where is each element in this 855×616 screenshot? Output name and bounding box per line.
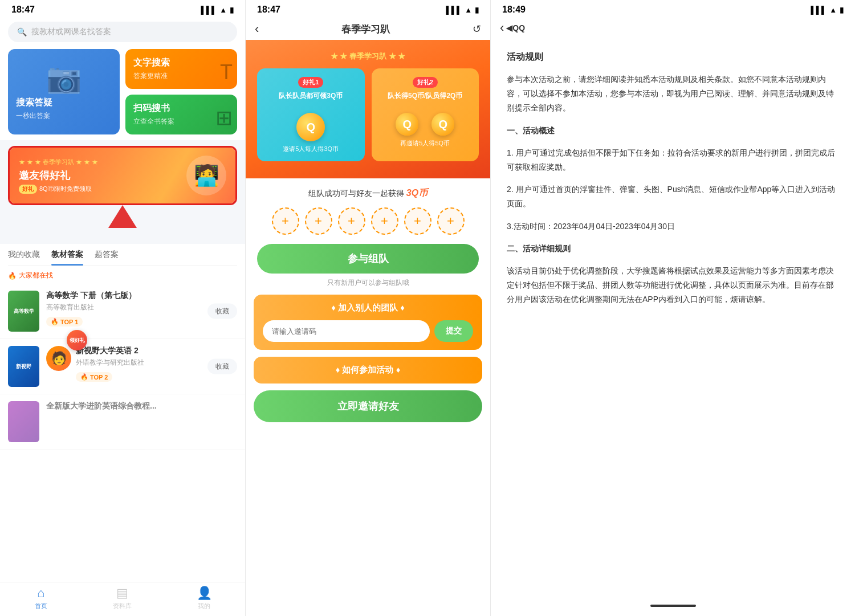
collect-btn-1[interactable]: 收藏 xyxy=(207,359,237,374)
invite-friends-btn[interactable]: 立即邀请好友 xyxy=(254,390,482,422)
slot-5: + xyxy=(437,207,465,235)
activity-header: ★ ★ 春季学习趴 ★ ★ 好礼1 队长队员都可领3Q币 邀请5人每人得3Q币 … xyxy=(246,40,490,178)
submit-invite-btn[interactable]: 提交 xyxy=(434,320,473,342)
rules-title: 活动规则 xyxy=(507,51,839,63)
activity-header-title: ★ ★ 春季学习趴 ★ ★ xyxy=(257,51,479,62)
star-deco-l: ★ ★ 春季学习趴 ★ ★ xyxy=(331,52,405,60)
time-1: 18:47 xyxy=(11,5,35,15)
book-list: 高等数学 高等数学 下册（第七版） 高等教育出版社 🔥 TOP 1 收藏 新视野… xyxy=(0,284,245,582)
action-title-0: 搜索答疑 xyxy=(16,97,112,109)
hot-label: 🔥 大家都在找 xyxy=(0,266,245,284)
action-search-answer[interactable]: 📷 搜索答疑 一秒出答案 xyxy=(8,49,120,134)
qq-label: ◀QQ xyxy=(506,23,525,32)
signal-icon-3: ▌▌▌ xyxy=(811,6,826,14)
back-btn-2[interactable]: ‹ xyxy=(255,22,259,36)
quick-actions: 📷 搜索答疑 一秒出答案 文字搜索 答案更精准 T 扫码搜书 立查全书答案 ⊞ xyxy=(0,49,245,140)
refresh-btn[interactable]: ↺ xyxy=(473,23,481,35)
rules-section-5: 二、活动详细规则 xyxy=(507,242,839,256)
gift-bubble[interactable]: 领好礼 xyxy=(67,330,87,350)
avatar-wrap: 🧑 领好礼 xyxy=(46,346,76,371)
rewards-row: 好礼1 队长队员都可领3Q币 邀请5人每人得3Q币 好礼2 队长得5Q币/队员得… xyxy=(257,68,479,161)
book-item-1: 新视野 🧑 领好礼 新视野大学英语 2 外语教学与研究出版社 🔥 TOP 2 收… xyxy=(0,339,245,394)
activity-banner[interactable]: ★ ★ ★ 春季学习趴 ★ ★ ★ 邀友得好礼 好礼 8Q币限时免费领取 🧑‍💻 xyxy=(8,146,237,205)
rules-para-0: 参与本次活动之前，请您详细阅读并知悉本活动规则及相关条款。如您不同意本活动规则内… xyxy=(507,72,839,116)
tab-textbooks[interactable]: 教材答案 xyxy=(51,244,83,266)
nav-library-label: 资料库 xyxy=(113,602,132,610)
invite-code-input[interactable] xyxy=(263,320,430,342)
book-title-2: 全新版大学进阶英语综合教程... xyxy=(46,401,237,411)
how-section: ♦ 如何参加活动 ♦ xyxy=(254,357,482,384)
join-team-btn[interactable]: 参与组队 xyxy=(257,244,479,274)
time-3: 18:49 xyxy=(502,5,526,15)
rules-para-2: 1. 用户可通过完成包括但不限于如下任务如：拉符合活动要求的新用户进行拼团，拼团… xyxy=(507,146,839,174)
status-icons-3: ▌▌▌ ▲ ▮ xyxy=(811,6,844,14)
wifi-icon-2: ▲ xyxy=(465,6,472,14)
slot-1: + xyxy=(305,207,332,235)
book-title-0: 高等数学 下册（第七版） xyxy=(46,291,237,301)
how-title: ♦ 如何参加活动 ♦ xyxy=(263,365,473,376)
search-bar: 🔍 搜教材或网课名找答案 xyxy=(0,17,245,49)
signal-icon-2: ▌▌▌ xyxy=(446,6,462,14)
search-input-wrap[interactable]: 🔍 搜教材或网课名找答案 xyxy=(8,22,237,42)
action-title-1: 文字搜索 xyxy=(133,57,229,69)
nav-home[interactable]: ⌂ 首页 xyxy=(0,586,82,610)
bottom-nav: ⌂ 首页 ▤ 资料库 👤 我的 xyxy=(0,582,245,616)
home-icon: ⌂ xyxy=(37,586,44,601)
profile-icon: 👤 xyxy=(197,586,212,601)
svg-marker-0 xyxy=(108,205,137,228)
reward-card-1: 好礼2 队长得5Q币/队员得2Q币 再邀请5人得5Q币 xyxy=(372,68,479,161)
tabs-section: 我的收藏 教材答案 题答案 xyxy=(0,244,245,266)
action-scan-book[interactable]: 扫码搜书 立查全书答案 ⊞ xyxy=(125,95,237,134)
qq-nav: ‹ ◀QQ xyxy=(500,21,525,35)
nav-bar-2: ‹ 春季学习趴 ↺ xyxy=(246,17,490,40)
status-icons-2: ▌▌▌ ▲ ▮ xyxy=(446,6,479,14)
back-btn-3[interactable]: ‹ xyxy=(500,21,504,35)
book-tag-0: 🔥 TOP 1 xyxy=(46,317,83,327)
rules-para-3: 2. 用户可通过首页的浮窗挂件、弹窗、头图、Push消息、短信或作业帮App等入… xyxy=(507,182,839,211)
rules-text: 参与本次活动之前，请您详细阅读并知悉本活动规则及相关条款。如您不同意本活动规则内… xyxy=(507,72,839,307)
tab-collections[interactable]: 我的收藏 xyxy=(8,244,40,266)
slot-0: + xyxy=(272,207,299,235)
time-2: 18:47 xyxy=(257,5,280,15)
search-icon: 🔍 xyxy=(17,27,27,36)
tab-questions[interactable]: 题答案 xyxy=(95,244,119,266)
book-cover-0: 高等数学 xyxy=(8,291,39,332)
flame-icon: 🔥 xyxy=(8,272,17,280)
fire-icon-0: 🔥 xyxy=(51,318,59,325)
battery-icon-3: ▮ xyxy=(840,6,844,14)
reward-sub-0: 邀请5人每人得3Q币 xyxy=(263,145,359,153)
collect-btn-0[interactable]: 收藏 xyxy=(207,304,237,319)
reward-sub-1: 再邀请5人得5Q币 xyxy=(377,139,474,148)
action-title-2: 扫码搜书 xyxy=(133,103,229,115)
panel-activity: 18:47 ▌▌▌ ▲ ▮ ‹ 春季学习趴 ↺ ★ ★ 春季学习趴 ★ ★ 好礼… xyxy=(245,0,490,616)
status-icons-1: ▌▌▌ ▲ ▮ xyxy=(201,6,234,14)
action-sub-1: 答案更精准 xyxy=(133,71,229,81)
action-text-search[interactable]: 文字搜索 答案更精准 T xyxy=(125,49,237,89)
status-bar-3: 18:49 ▌▌▌ ▲ ▮ xyxy=(491,0,855,17)
slot-2: + xyxy=(338,207,365,235)
nav-profile[interactable]: 👤 我的 xyxy=(164,586,245,610)
book-tag-1: 🔥 TOP 2 xyxy=(76,372,112,382)
invite-row: 提交 xyxy=(263,320,473,342)
fire-icon-1: 🔥 xyxy=(80,373,88,381)
slot-4: + xyxy=(404,207,431,235)
banner-stars: ★ ★ ★ 春季学习趴 ★ ★ ★ xyxy=(19,158,186,166)
status-bar-1: 18:47 ▌▌▌ ▲ ▮ xyxy=(0,0,245,17)
panel3-nav: ‹ ◀QQ xyxy=(491,17,855,40)
member-slots: + + + + + + xyxy=(257,207,479,235)
panel-home: 18:47 ▌▌▌ ▲ ▮ 🔍 搜教材或网课名找答案 📷 搜索答疑 一秒出答案 … xyxy=(0,0,245,616)
book-info-2: 全新版大学进阶英语综合教程... xyxy=(46,401,237,413)
banner-main-text: 邀友得好礼 xyxy=(19,169,186,182)
nav-library[interactable]: ▤ 资料库 xyxy=(82,586,163,610)
wifi-icon: ▲ xyxy=(219,6,227,14)
coin-icon-1b xyxy=(431,113,454,136)
nav-profile-label: 我的 xyxy=(198,602,210,610)
reward-desc-0: 队长队员都可领3Q币 xyxy=(263,91,359,108)
book-item-2: 全新版大学进阶英语综合教程... xyxy=(0,394,245,450)
rules-para-4: 3.活动时间：2023年04月04日-2023年04月30日 xyxy=(507,219,839,234)
user-avatar: 🧑 xyxy=(46,346,71,371)
reward-desc-1: 队长得5Q币/队员得2Q币 xyxy=(377,91,474,108)
arrow-container xyxy=(8,205,237,234)
nav-home-label: 首页 xyxy=(35,602,47,610)
banner-sub-text: 好礼 8Q币限时免费领取 xyxy=(19,185,186,194)
